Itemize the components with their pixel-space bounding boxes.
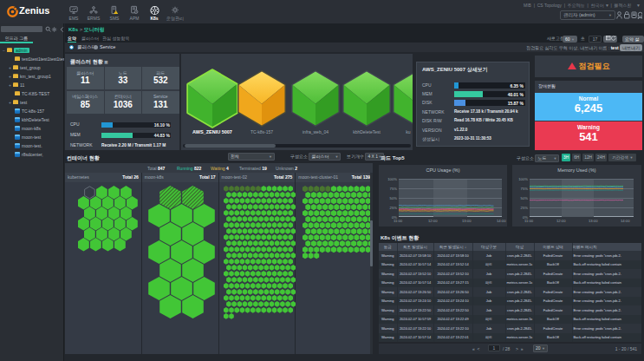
svg-text:!: ! <box>115 11 116 15</box>
